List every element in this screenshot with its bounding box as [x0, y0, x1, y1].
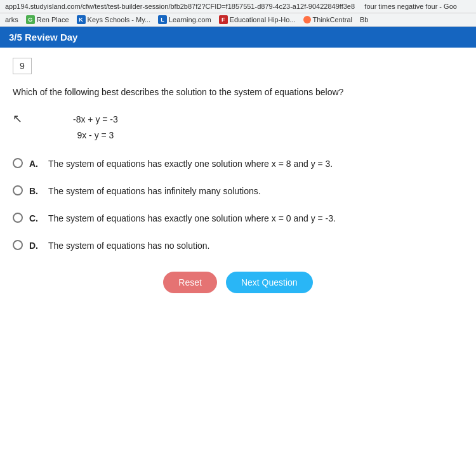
answer-label-b: B.	[29, 185, 42, 198]
answer-text-a: The system of equations has exactly one …	[48, 157, 463, 171]
button-row: Reset Next Question	[13, 272, 463, 293]
url-text: app194.studyisland.com/cfw/test/test-bui…	[5, 3, 355, 10]
reset-button[interactable]: Reset	[163, 272, 217, 293]
bookmark-learning-com-icon: L	[158, 15, 167, 24]
main-content: 9 Which of the following best describes …	[0, 48, 476, 303]
bookmark-educational[interactable]: F Educational Hip-Ho...	[219, 15, 296, 24]
bookmark-keys-schools-label: Keys Schools - My...	[88, 16, 150, 23]
bookmark-educational-label: Educational Hip-Ho...	[230, 16, 296, 23]
answer-label-a: A.	[29, 157, 42, 171]
answer-row-b[interactable]: B. The system of equations has infinitel…	[13, 185, 463, 198]
radio-b[interactable]	[13, 185, 23, 195]
bookmark-keys-schools[interactable]: K Keys Schools - My...	[77, 15, 150, 24]
url-tail: four times negative four - Goo	[364, 3, 457, 10]
page-header: 3/5 Review Day	[0, 27, 476, 48]
bookmark-thinkcentral-icon	[303, 16, 311, 23]
answer-choices: A. The system of equations has exactly o…	[13, 157, 463, 253]
answer-label-d: D.	[29, 239, 42, 253]
equations-area: ↖ -8x + y = -3 9x - y = 3	[13, 112, 463, 157]
radio-a[interactable]	[13, 158, 23, 168]
bookmark-bb-label: Bb	[360, 16, 368, 23]
equation-2: 9x - y = 3	[73, 128, 118, 143]
answer-text-c: The system of equations has exactly one …	[48, 212, 463, 225]
equation-1: -8x + y = -3	[73, 112, 118, 128]
bookmark-educational-icon: F	[219, 15, 228, 24]
bookmark-thinkcentral[interactable]: ThinkCentral	[303, 16, 352, 23]
bookmark-ren-place-icon: G	[26, 15, 35, 24]
bookmark-arks-label: arks	[5, 16, 18, 23]
bookmark-thinkcentral-label: ThinkCentral	[313, 16, 352, 23]
next-question-button[interactable]: Next Question	[226, 272, 313, 293]
bookmarks-bar: arks G Ren Place K Keys Schools - My... …	[0, 13, 476, 27]
answer-row-d[interactable]: D. The system of equations has no soluti…	[13, 239, 463, 253]
equations-block: -8x + y = -3 9x - y = 3	[73, 112, 118, 143]
bookmark-ren-place-label: Ren Place	[37, 16, 69, 23]
bookmark-learning-com-label: Learning.com	[169, 16, 211, 23]
bookmark-bb[interactable]: Bb	[360, 16, 368, 23]
bookmark-arks[interactable]: arks	[5, 16, 18, 23]
answer-row-a[interactable]: A. The system of equations has exactly o…	[13, 157, 463, 171]
page-title: 3/5 Review Day	[9, 32, 77, 43]
cursor-icon: ↖	[13, 112, 22, 126]
radio-c[interactable]	[13, 213, 23, 223]
bookmark-keys-schools-icon: K	[77, 15, 86, 24]
answer-text-b: The system of equations has infinitely m…	[48, 185, 463, 198]
answer-text-d: The system of equations has no solution.	[48, 239, 463, 253]
question-text: Which of the following best describes th…	[13, 86, 463, 99]
bookmark-learning-com[interactable]: L Learning.com	[158, 15, 211, 24]
bookmark-ren-place[interactable]: G Ren Place	[26, 15, 69, 24]
radio-d[interactable]	[13, 240, 23, 250]
browser-address-bar: app194.studyisland.com/cfw/test/test-bui…	[0, 0, 476, 13]
answer-label-c: C.	[29, 212, 42, 225]
answer-row-c[interactable]: C. The system of equations has exactly o…	[13, 212, 463, 225]
question-number: 9	[13, 58, 32, 74]
